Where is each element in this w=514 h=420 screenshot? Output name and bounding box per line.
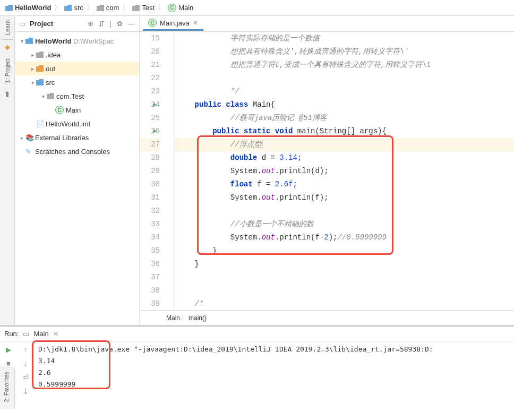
package-icon (47, 93, 54, 99)
folder-icon (64, 5, 72, 11)
tab-label: Main.java (160, 19, 190, 27)
close-icon[interactable]: ✕ (53, 330, 58, 338)
console[interactable]: D:\jdk1.8\bin\java.exe "-javaagent:D:\id… (34, 341, 514, 404)
breadcrumb-item[interactable]: src (62, 4, 85, 12)
tree-folder-out[interactable]: ▸ out (15, 62, 139, 75)
folder-icon (36, 65, 44, 72)
project-tab[interactable]: 1: Project (4, 54, 11, 87)
folder-icon (97, 5, 104, 11)
tree-external-libs[interactable]: ▸ 📚 External Libraries (15, 131, 139, 144)
editor-tabs: C Main.java ✕ (140, 16, 514, 32)
down-icon[interactable]: ↓ (20, 357, 31, 369)
code-line[interactable] (175, 204, 514, 218)
collapse-icon[interactable]: ⇵ (99, 20, 105, 28)
up-icon[interactable]: ↑ (20, 344, 31, 355)
folder-icon (132, 5, 140, 11)
tree-class[interactable]: C Main (15, 103, 139, 117)
code-line[interactable]: //磊哥java历险记 @51博客 (175, 112, 514, 125)
run-config-label[interactable]: Main (33, 330, 48, 338)
code-line[interactable]: float f = 2.6f; (175, 178, 514, 191)
code-line[interactable]: double d = 3.14; (175, 151, 514, 165)
scroll-icon[interactable]: ⤓ (20, 385, 31, 397)
class-icon: C (148, 19, 157, 27)
breadcrumb-nav: HelloWorld 〉 src 〉 com 〉 Test 〉 C Main (0, 0, 514, 16)
code-line[interactable]: System.out.println(d); (175, 165, 514, 178)
code-line[interactable]: } (175, 244, 514, 258)
scratch-icon: ✎ (25, 148, 33, 156)
hide-icon[interactable]: — (128, 20, 135, 28)
project-panel-header: ▭ Project ⊕ ⇵ | ✿ — (15, 16, 139, 32)
gear-icon[interactable]: ✿ (117, 20, 123, 28)
run-title: Run: (4, 330, 19, 338)
bookmark-icon: ▮ (5, 90, 9, 98)
class-icon: C (168, 4, 176, 12)
left-rail: Learn ◆ 1: Project ▮ (0, 16, 15, 325)
folder-icon (5, 5, 13, 11)
code-line[interactable]: //小数是一个不精确的数 (175, 218, 514, 231)
console-line: 2.6 (38, 367, 510, 379)
chevron-right-icon: 〉 (181, 313, 187, 322)
editor-tab[interactable]: C Main.java ✕ (143, 16, 203, 31)
close-icon[interactable]: ✕ (193, 19, 198, 27)
divider: | (110, 20, 112, 28)
console-line: D:\jdk1.8\bin\java.exe "-javaagent:D:\id… (38, 344, 510, 355)
tree-root[interactable]: ▾ HelloWorld D:\WorkSpac (15, 34, 139, 48)
code-line[interactable]: public static void main(String[] args){ (175, 125, 514, 138)
target-icon[interactable]: ⊕ (88, 20, 93, 28)
editor: C Main.java ✕ 192021222324▶2526▶27282930… (140, 16, 514, 325)
folder-icon (25, 38, 33, 44)
code-area[interactable]: 192021222324▶2526▶2728293031323334353637… (140, 32, 514, 310)
favorites-tab[interactable]: 2: Favorites (0, 366, 13, 407)
code-line[interactable]: //浮点型 (175, 138, 514, 151)
tree-scratches[interactable]: ✎ Scratches and Consoles (15, 144, 139, 158)
chevron-right-icon: 〉 (158, 3, 165, 13)
run-panel: Run: ▭ Main ✕ ▶ ■ 📷 ⎘ ↑ ↓ ⏎ ⤓ D:\jdk1.8\… (0, 325, 514, 404)
code-line[interactable]: 字符实际存储的是一个数值 (175, 32, 514, 45)
tree-package[interactable]: ▾ com.Test (15, 89, 139, 103)
code-line[interactable]: public class Main{ (175, 98, 514, 112)
console-line: 0.5999999 (38, 379, 510, 390)
tree-file[interactable]: 📄 HelloWorld.iml (15, 117, 139, 131)
panel-title: Project (30, 20, 53, 28)
tree-folder[interactable]: ▸ .idea (15, 48, 139, 62)
code-line[interactable]: /* (175, 297, 514, 310)
gutter-run-icon[interactable]: ▶ (153, 125, 157, 138)
editor-body[interactable]: 字符实际存储的是一个数值 想把具有特殊含义',转换成普通的字符,用转义字符\' … (175, 32, 514, 310)
folder-icon (36, 79, 44, 85)
code-line[interactable]: 想把具有特殊含义',转换成普通的字符,用转义字符\' (175, 45, 514, 58)
learn-tab[interactable]: Learn (4, 16, 11, 39)
run-header: Run: ▭ Main ✕ (0, 327, 514, 341)
code-line[interactable]: 想把普通字符t,变成一个具有特殊含义的字符,用转义字符\t (175, 58, 514, 72)
class-icon: C (55, 106, 64, 114)
code-line[interactable]: System.out.println(f); (175, 191, 514, 204)
console-line: 3.14 (38, 355, 510, 367)
tree-folder-src[interactable]: ▾ src (15, 75, 139, 89)
chevron-right-icon: 〉 (87, 3, 93, 13)
project-panel: ▭ Project ⊕ ⇵ | ✿ — ▾ HelloWorld D:\Work… (15, 16, 140, 325)
panel-icon: ▭ (23, 330, 29, 338)
code-line[interactable] (175, 72, 514, 85)
code-line[interactable] (175, 271, 514, 284)
code-line[interactable] (175, 284, 514, 297)
breadcrumb-item[interactable]: com (95, 4, 122, 12)
project-tree[interactable]: ▾ HelloWorld D:\WorkSpac ▸ .idea ▸ out ▾… (15, 32, 139, 160)
favorites-rail: 2: Favorites (0, 366, 15, 409)
chevron-right-icon: 〉 (54, 3, 61, 13)
code-line[interactable]: */ (175, 85, 514, 98)
code-line[interactable]: } (175, 258, 514, 271)
editor-breadcrumb[interactable]: Main 〉 main() (140, 310, 514, 325)
run-toolbar-2: ↑ ↓ ⏎ ⤓ (17, 341, 34, 404)
rerun-icon[interactable]: ▶ (3, 344, 14, 355)
panel-icon: ▭ (19, 20, 25, 28)
library-icon: 📚 (25, 134, 33, 142)
breadcrumb-item[interactable]: HelloWorld (3, 4, 53, 12)
code-line[interactable]: System.out.println(f-2);//0.5999999 (175, 231, 514, 244)
breadcrumb-item[interactable]: Test (130, 4, 157, 12)
badge-icon: ◆ (5, 43, 10, 51)
wrap-icon[interactable]: ⏎ (20, 371, 31, 383)
chevron-right-icon: 〉 (122, 3, 129, 13)
file-icon: 📄 (36, 120, 44, 128)
editor-gutter[interactable]: 192021222324▶2526▶2728293031323334353637… (140, 32, 175, 310)
breadcrumb-item[interactable]: C Main (166, 4, 195, 12)
gutter-run-icon[interactable]: ▶ (153, 98, 157, 112)
